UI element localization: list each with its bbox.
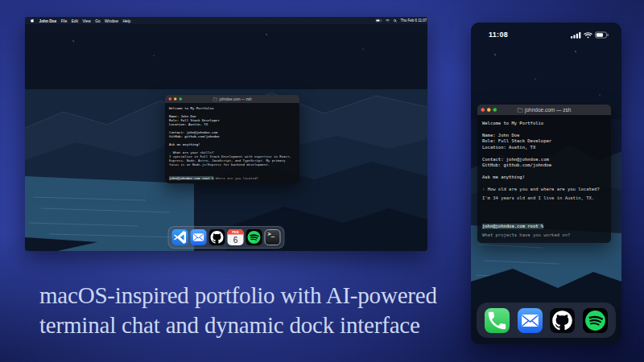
caption: macOS-inspired portfolio with AI-powered…: [39, 281, 437, 340]
menubar-clock[interactable]: Thu Feb 6 11:07 AM: [401, 19, 427, 23]
window-controls: [481, 108, 497, 112]
folder-icon: [213, 97, 218, 101]
terminal-line: Location: Austin, TX: [482, 144, 606, 150]
terminal-line: Contact: john@johndoe.com: [482, 156, 606, 162]
minimize-button[interactable]: [487, 108, 491, 112]
minimize-button[interactable]: [174, 97, 177, 101]
terminal-prompt-line[interactable]: john@johndoe.com root % Where are you lo…: [169, 176, 295, 180]
cellular-icon: [571, 31, 581, 39]
caption-line-2: terminal chat and dynamic dock interface: [39, 311, 437, 340]
terminal-line: Ask me anything!: [482, 175, 606, 181]
mac-terminal-title: johndoe.com — zsh: [213, 97, 252, 101]
iphone-terminal-body[interactable]: Welcome to My Portfolio Name: John Doe R…: [477, 115, 611, 243]
mail-icon: [518, 308, 543, 333]
mac-terminal-window[interactable]: johndoe.com — zsh Welcome to My Portfoli…: [165, 95, 299, 183]
terminal-typed-text: What projects have you worked on?: [482, 232, 606, 239]
spotify-dock-icon[interactable]: [583, 308, 608, 333]
macos-desktop: John Doe File Edit View Go Window Help: [25, 17, 427, 251]
spotify-icon: [246, 229, 262, 245]
terminal-question: › How old are you and where are you loca…: [482, 187, 606, 193]
terminal-prompt: john@johndoe.com root %: [169, 176, 213, 180]
mail-dock-icon[interactable]: [191, 229, 207, 245]
terminal-answer: I'm 34 years old and I live in Austin, T…: [482, 195, 606, 202]
iphone-dock: [477, 302, 616, 338]
terminal-line: GitHub: github.com/johndoe: [482, 162, 606, 169]
terminal-typed-text: Where are you located?: [213, 176, 258, 180]
menu-window[interactable]: Window: [105, 19, 118, 23]
github-icon: [209, 229, 225, 245]
terminal-prompt-line[interactable]: john@johndoe.com root %What projects hav…: [482, 224, 606, 239]
menu-help[interactable]: Help: [122, 19, 130, 23]
phone-icon: [485, 308, 510, 333]
iphone-terminal-window[interactable]: johndoe.com — zsh Welcome to My Portfoli…: [477, 105, 611, 243]
iphone-terminal-titlebar[interactable]: johndoe.com — zsh: [477, 105, 611, 115]
menu-file[interactable]: File: [61, 19, 68, 23]
terminal-answer: I specialize in Full Stack Development w…: [169, 154, 295, 167]
mail-icon: [191, 229, 207, 245]
iphone-statusbar: 11:08: [471, 29, 621, 40]
showcase-canvas: John Doe File Edit View Go Window Help: [0, 0, 644, 362]
wifi-icon: [584, 31, 592, 39]
spotify-icon: [583, 308, 608, 333]
terminal-line: Name: John Doe: [482, 132, 606, 138]
mac-dock: FEB 6 >_: [168, 226, 285, 249]
menubar-app-name[interactable]: John Doe: [39, 19, 57, 23]
spotlight-icon[interactable]: [394, 19, 398, 23]
macos-menubar: John Doe File Edit View Go Window Help: [25, 17, 427, 24]
phone-dock-icon[interactable]: [485, 308, 510, 333]
iphone-terminal-title: johndoe.com — zsh: [518, 107, 572, 113]
github-icon: [550, 308, 575, 333]
iphone-screen: 11:08 johndoe.com — zsh: [471, 23, 621, 344]
close-button[interactable]: [169, 97, 172, 101]
apple-icon: [31, 19, 35, 23]
close-button[interactable]: [481, 108, 485, 112]
statusbar-time: 11:08: [489, 31, 508, 39]
wifi-icon[interactable]: [386, 19, 390, 23]
github-dock-icon[interactable]: [209, 229, 225, 245]
vscode-dock-icon[interactable]: [172, 229, 188, 245]
battery-icon: [595, 31, 609, 39]
zoom-button[interactable]: [493, 108, 497, 112]
terminal-glyph: >_: [268, 232, 275, 237]
calendar-dock-icon[interactable]: FEB 6: [228, 229, 244, 245]
folder-icon: [518, 108, 523, 113]
window-controls: [169, 97, 183, 101]
mac-terminal-titlebar[interactable]: johndoe.com — zsh: [165, 95, 299, 103]
menu-go[interactable]: Go: [95, 19, 100, 23]
battery-icon[interactable]: [376, 19, 382, 23]
terminal-line: Welcome to My Portfolio: [482, 120, 606, 126]
caption-line-1: macOS-inspired portfolio with AI-powered: [39, 281, 437, 311]
menu-view[interactable]: View: [82, 19, 90, 23]
vscode-icon: [172, 229, 188, 245]
zoom-button[interactable]: [180, 97, 183, 101]
terminal-prompt: john@johndoe.com root %: [482, 224, 543, 229]
terminal-dock-icon[interactable]: >_: [265, 229, 281, 245]
github-dock-icon[interactable]: [550, 308, 575, 333]
menu-edit[interactable]: Edit: [72, 19, 78, 23]
spotify-dock-icon[interactable]: [246, 229, 262, 245]
apple-menu[interactable]: [31, 19, 35, 23]
mac-terminal-body[interactable]: Welcome to My Portfolio Name: John Doe R…: [165, 103, 299, 183]
mail-dock-icon[interactable]: [518, 308, 543, 333]
calendar-day: 6: [228, 235, 244, 246]
terminal-line: Role: Full Stack Developer: [482, 138, 606, 145]
